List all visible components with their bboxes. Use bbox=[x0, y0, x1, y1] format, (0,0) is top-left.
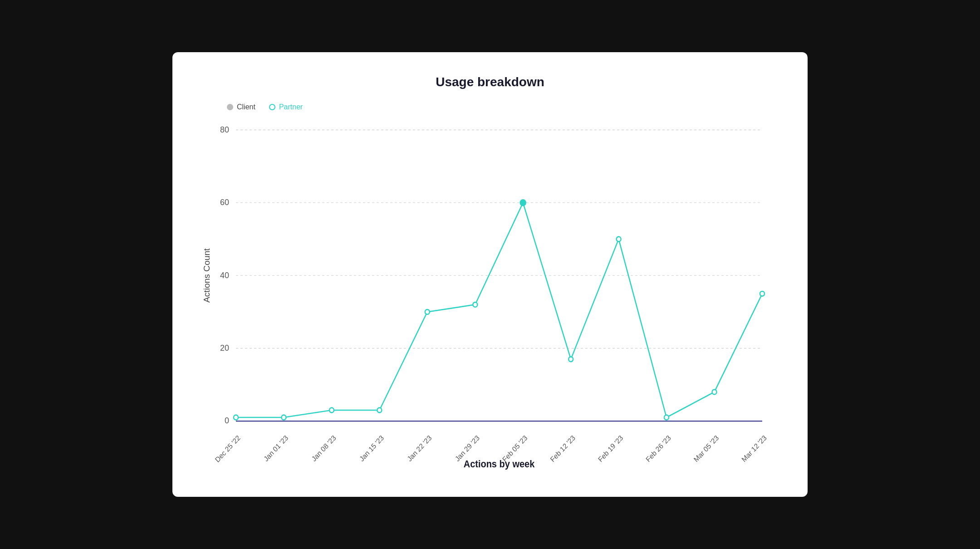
svg-point-14 bbox=[377, 408, 382, 413]
svg-point-19 bbox=[617, 237, 621, 242]
svg-text:Mar 05 '23: Mar 05 '23 bbox=[692, 434, 720, 464]
legend: Client Partner bbox=[227, 103, 303, 111]
svg-point-16 bbox=[473, 302, 477, 307]
svg-text:Actions by week: Actions by week bbox=[464, 458, 535, 469]
client-dot-icon bbox=[227, 104, 233, 110]
svg-text:0: 0 bbox=[225, 416, 229, 426]
chart-title: Usage breakdown bbox=[436, 75, 544, 89]
svg-text:Mar 12 '23: Mar 12 '23 bbox=[740, 434, 768, 464]
chart-svg: 80 60 40 20 0 Actions Count bbox=[200, 120, 780, 470]
chart-area: 80 60 40 20 0 Actions Count bbox=[200, 120, 780, 470]
svg-text:Jan 08 '23: Jan 08 '23 bbox=[310, 434, 337, 463]
svg-text:Feb 26 '23: Feb 26 '23 bbox=[644, 434, 672, 464]
svg-point-20 bbox=[664, 415, 669, 420]
svg-text:Jan 22 '23: Jan 22 '23 bbox=[406, 434, 433, 463]
svg-point-13 bbox=[329, 408, 334, 413]
chart-card: Usage breakdown Client Partner 80 60 bbox=[172, 52, 808, 497]
svg-point-15 bbox=[425, 309, 430, 314]
svg-text:Jan 01 '23: Jan 01 '23 bbox=[262, 434, 289, 463]
svg-point-22 bbox=[760, 291, 764, 296]
svg-point-17 bbox=[520, 200, 526, 206]
svg-text:Jan 15 '23: Jan 15 '23 bbox=[358, 434, 385, 463]
svg-point-21 bbox=[712, 390, 717, 395]
svg-point-11 bbox=[234, 415, 238, 420]
partner-dot-icon bbox=[269, 104, 275, 110]
svg-text:Feb 19 '23: Feb 19 '23 bbox=[597, 434, 624, 464]
svg-text:Feb 12 '23: Feb 12 '23 bbox=[549, 434, 576, 464]
svg-text:60: 60 bbox=[220, 197, 229, 207]
legend-partner: Partner bbox=[269, 103, 303, 111]
svg-point-12 bbox=[282, 415, 286, 420]
client-label: Client bbox=[237, 103, 255, 111]
svg-text:40: 40 bbox=[220, 270, 229, 280]
svg-text:Actions Count: Actions Count bbox=[202, 248, 211, 303]
svg-text:20: 20 bbox=[220, 343, 229, 353]
legend-client: Client bbox=[227, 103, 255, 111]
svg-point-18 bbox=[568, 357, 573, 362]
svg-text:Dec 25 '22: Dec 25 '22 bbox=[214, 434, 242, 464]
svg-text:80: 80 bbox=[220, 124, 229, 134]
partner-label: Partner bbox=[279, 103, 303, 111]
